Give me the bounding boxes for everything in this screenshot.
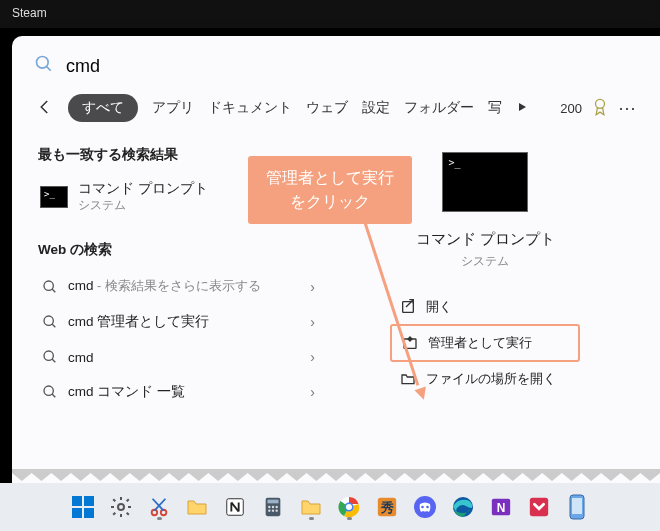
search-input[interactable] bbox=[66, 56, 638, 77]
svg-point-25 bbox=[272, 509, 274, 511]
rewards-score[interactable]: 200 bbox=[560, 101, 582, 116]
taskbar-edge[interactable] bbox=[448, 492, 478, 522]
pocket-icon bbox=[528, 496, 550, 518]
search-icon bbox=[42, 279, 58, 295]
background-app-title: Steam bbox=[12, 6, 47, 20]
search-icon bbox=[42, 314, 58, 330]
svg-point-2 bbox=[596, 99, 605, 108]
web-result-2[interactable]: cmd › bbox=[38, 340, 329, 374]
action-run-as-admin-label: 管理者として実行 bbox=[428, 334, 532, 352]
preview-thumbnail bbox=[442, 152, 528, 212]
calculator-icon bbox=[262, 496, 284, 518]
web-result-term: cmd bbox=[68, 350, 94, 365]
phone-icon bbox=[568, 494, 586, 520]
search-input-row bbox=[12, 36, 660, 88]
web-result-1[interactable]: cmd 管理者として実行 › bbox=[38, 304, 329, 340]
svg-point-5 bbox=[44, 316, 53, 325]
search-icon bbox=[42, 349, 58, 365]
search-tabs: すべて アプリ ドキュメント ウェブ 設定 フォルダー 写 200 ⋯ bbox=[12, 88, 660, 134]
taskbar-onenote[interactable]: N bbox=[486, 492, 516, 522]
svg-point-13 bbox=[118, 504, 124, 510]
svg-point-34 bbox=[426, 506, 429, 509]
section-web-search: Web の検索 bbox=[38, 241, 329, 259]
desktop: Steam すべて アプリ ドキュメント ウェブ 設定 フォルダー 写 200 bbox=[0, 0, 660, 531]
taskbar-app-orange[interactable]: 秀 bbox=[372, 492, 402, 522]
annotation-line2: をクリック bbox=[266, 190, 394, 214]
taskbar-calculator[interactable] bbox=[258, 492, 288, 522]
svg-rect-40 bbox=[572, 498, 582, 514]
tab-folders[interactable]: フォルダー bbox=[404, 99, 474, 117]
taskbar-discord[interactable] bbox=[410, 492, 440, 522]
notion-icon bbox=[224, 496, 246, 518]
web-result-term: cmd bbox=[68, 278, 94, 293]
tab-apps[interactable]: アプリ bbox=[152, 99, 194, 117]
annotation-line1: 管理者として実行 bbox=[266, 166, 394, 190]
best-match-subtitle: システム bbox=[78, 198, 208, 213]
svg-rect-20 bbox=[268, 500, 279, 504]
back-button[interactable] bbox=[36, 98, 54, 119]
tab-all[interactable]: すべて bbox=[68, 94, 138, 122]
chevron-right-icon: › bbox=[310, 314, 325, 330]
folder-icon bbox=[299, 495, 323, 519]
tab-web[interactable]: ウェブ bbox=[306, 99, 348, 117]
svg-point-9 bbox=[44, 386, 53, 395]
action-open-label: 開く bbox=[426, 298, 452, 316]
best-match-title: コマンド プロンプト bbox=[78, 180, 208, 198]
taskbar-phone[interactable] bbox=[562, 492, 592, 522]
preview-title: コマンド プロンプト bbox=[416, 230, 555, 249]
best-match-text: コマンド プロンプト システム bbox=[78, 180, 208, 213]
taskbar-start[interactable] bbox=[68, 492, 98, 522]
svg-line-1 bbox=[47, 67, 51, 71]
action-run-as-admin[interactable]: 管理者として実行 bbox=[390, 324, 580, 362]
background-app-titlebar: Steam bbox=[0, 0, 660, 28]
tabs-right: 200 ⋯ bbox=[560, 97, 636, 119]
discord-icon bbox=[413, 495, 437, 519]
gear-icon bbox=[109, 495, 133, 519]
taskbar-explorer-2[interactable] bbox=[296, 492, 326, 522]
rewards-icon[interactable] bbox=[592, 98, 608, 119]
chrome-icon bbox=[337, 495, 361, 519]
edge-icon bbox=[451, 495, 475, 519]
chevron-right-icon: › bbox=[310, 279, 325, 295]
taskbar-chrome[interactable] bbox=[334, 492, 364, 522]
svg-point-24 bbox=[268, 509, 270, 511]
svg-point-22 bbox=[272, 506, 274, 508]
annotation-callout: 管理者として実行 をクリック bbox=[248, 156, 412, 224]
svg-rect-11 bbox=[403, 302, 414, 313]
open-icon bbox=[400, 299, 416, 315]
preview-subtitle: システム bbox=[461, 253, 509, 270]
taskbar-snipping[interactable] bbox=[144, 492, 174, 522]
chevron-right-icon: › bbox=[310, 384, 325, 400]
svg-line-10 bbox=[52, 394, 55, 397]
svg-point-0 bbox=[37, 57, 49, 69]
chevron-right-icon: › bbox=[310, 349, 325, 365]
windows-logo-icon bbox=[72, 496, 94, 518]
taskbar-pocket[interactable] bbox=[524, 492, 554, 522]
action-open[interactable]: 開く bbox=[390, 290, 580, 324]
svg-text:N: N bbox=[497, 501, 506, 515]
taskbar-notion[interactable] bbox=[220, 492, 250, 522]
svg-line-6 bbox=[52, 324, 55, 327]
svg-point-23 bbox=[275, 506, 277, 508]
web-result-0[interactable]: cmd - 検索結果をさらに表示する › bbox=[38, 269, 329, 304]
tabs-more-icon[interactable] bbox=[516, 101, 528, 116]
tab-photos[interactable]: 写 bbox=[488, 99, 502, 117]
svg-text:秀: 秀 bbox=[380, 500, 394, 515]
svg-line-8 bbox=[52, 359, 55, 362]
taskbar-explorer[interactable] bbox=[182, 492, 212, 522]
cmd-icon bbox=[40, 186, 68, 208]
web-result-term: cmd 管理者として実行 bbox=[68, 313, 209, 331]
svg-point-3 bbox=[44, 281, 53, 290]
svg-point-7 bbox=[44, 351, 53, 360]
web-result-suffix: - 検索結果をさらに表示する bbox=[94, 279, 261, 293]
torn-edge bbox=[12, 469, 660, 483]
folder-icon bbox=[185, 495, 209, 519]
svg-point-29 bbox=[346, 504, 352, 510]
overflow-menu-icon[interactable]: ⋯ bbox=[618, 97, 636, 119]
tab-settings[interactable]: 設定 bbox=[362, 99, 390, 117]
onenote-icon: N bbox=[490, 496, 512, 518]
tab-documents[interactable]: ドキュメント bbox=[208, 99, 292, 117]
taskbar-settings[interactable] bbox=[106, 492, 136, 522]
web-result-3[interactable]: cmd コマンド 一覧 › bbox=[38, 374, 329, 410]
windows-search-panel: すべて アプリ ドキュメント ウェブ 設定 フォルダー 写 200 ⋯ 最も一致… bbox=[12, 36, 660, 473]
